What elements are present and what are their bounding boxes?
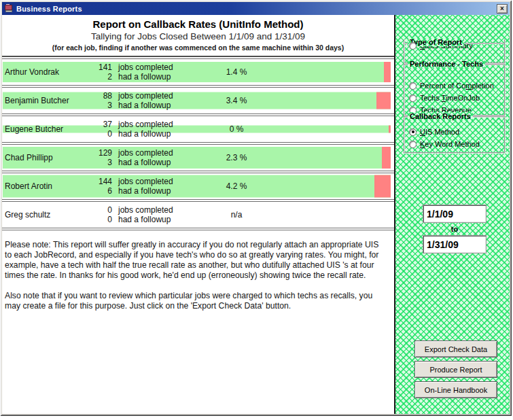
- callback-rate: 3.4 %: [206, 96, 267, 105]
- date-to-field[interactable]: [423, 236, 486, 253]
- followup-label: had a followup: [118, 72, 171, 82]
- row-counts: 129jobs completed 3had a followup: [78, 148, 173, 167]
- tech-name: Eugene Butcher: [5, 124, 63, 134]
- report-options-sidebar: Type of Report Sales Summary Performance…: [394, 15, 510, 414]
- followup-label: had a followup: [118, 158, 171, 167]
- radio-icon: [409, 82, 417, 90]
- radio-label: UIS Method: [420, 128, 459, 136]
- followup-count: 3: [78, 101, 112, 110]
- export-check-data-button[interactable]: Export Check Data: [414, 340, 497, 357]
- callback-rate: 1.4 %: [206, 67, 267, 77]
- jobs-count: 144: [78, 177, 112, 186]
- jobs-count: 88: [78, 91, 112, 101]
- table-row: Eugene Butcher 37jobs completed 0had a f…: [2, 116, 394, 142]
- row-bar-red: [384, 62, 391, 82]
- row-counts: 141jobs completed 2had a followup: [78, 63, 173, 82]
- app-icon: [4, 4, 14, 13]
- row-bar-red: [374, 175, 391, 198]
- online-handbook-button[interactable]: On-Line Handbook: [414, 381, 497, 398]
- followup-count: 6: [78, 186, 112, 196]
- row-counts: 144jobs completed 6had a followup: [78, 177, 173, 196]
- group-title: Callback Reports: [408, 112, 473, 120]
- followup-label: had a followup: [118, 101, 171, 110]
- report-method-note: (for each job, finding if another was co…: [2, 43, 394, 52]
- jobs-count: 0: [78, 205, 112, 215]
- jobs-label: jobs completed: [118, 91, 173, 101]
- jobs-label: jobs completed: [118, 205, 173, 215]
- tech-name: Benjamin Butcher: [5, 96, 69, 105]
- report-notes: Please note: This report will suffer gre…: [2, 240, 391, 311]
- report-title: Report on Callback Rates (UnitInfo Metho…: [2, 18, 394, 30]
- window-title: Business Reports: [16, 5, 82, 13]
- row-bar-red: [382, 147, 391, 169]
- tech-name: Robert Arotin: [5, 181, 52, 191]
- table-row: Benjamin Butcher 88jobs completed 3had a…: [2, 88, 394, 113]
- radio-label: Techs TimeOnJob: [420, 94, 480, 102]
- followup-label: had a followup: [118, 129, 171, 139]
- row-divider: [2, 228, 394, 230]
- title-bar[interactable]: Business Reports ×: [2, 2, 510, 15]
- group-callback-reports: Callback Reports UIS Method Key Word Met…: [404, 116, 506, 154]
- date-from-field[interactable]: [423, 205, 486, 222]
- callback-rate: 4.2 %: [206, 181, 267, 191]
- jobs-label: jobs completed: [118, 177, 173, 186]
- date-range: to: [423, 205, 486, 253]
- followup-count: 0: [78, 129, 112, 139]
- tech-name: Chad Phillipp: [5, 153, 53, 162]
- table-row: Arthur Vondrak 141jobs completed 2had a …: [2, 59, 394, 85]
- report-pane: Report on Callback Rates (UnitInfo Metho…: [2, 15, 394, 414]
- followup-count: 3: [78, 158, 112, 167]
- jobs-label: jobs completed: [118, 148, 173, 158]
- row-counts: 88jobs completed 3had a followup: [78, 91, 173, 110]
- followup-label: had a followup: [118, 215, 171, 224]
- jobs-label: jobs completed: [118, 120, 173, 129]
- group-performance-techs: Performance - Techs Percent of Completio…: [404, 64, 506, 116]
- row-counts: 0jobs completed 0had a followup: [78, 205, 173, 224]
- tech-name: Greg schultz: [5, 210, 50, 220]
- row-bar: [3, 175, 391, 198]
- callback-table: Arthur Vondrak 141jobs completed 2had a …: [2, 56, 394, 230]
- callback-rate: 2.3 %: [206, 153, 267, 162]
- table-row: Greg schultz 0jobs completed 0had a foll…: [2, 202, 394, 228]
- callback-rate: 0 %: [206, 124, 267, 134]
- date-to-label: to: [423, 225, 486, 233]
- row-bar: [3, 147, 391, 169]
- note-paragraph: Please note: This report will suffer gre…: [5, 240, 387, 281]
- business-reports-window: Business Reports × Report on Callback Ra…: [0, 0, 512, 416]
- tech-name: Arthur Vondrak: [5, 67, 59, 77]
- radio-uis-method[interactable]: UIS Method: [409, 126, 500, 138]
- radio-percent-of-completion[interactable]: Percent of Completion: [409, 80, 500, 92]
- group-title: Performance - Techs: [408, 60, 485, 68]
- action-buttons: Export Check Data Produce Report On-Line…: [414, 340, 497, 402]
- callback-rate: n/a: [206, 210, 267, 220]
- table-row: Chad Phillipp 129jobs completed 3had a f…: [2, 145, 394, 171]
- note-paragraph: Also note that if you want to review whi…: [5, 291, 387, 311]
- radio-icon: [409, 42, 417, 50]
- radio-techs-timeonjob[interactable]: Techs TimeOnJob: [409, 92, 500, 104]
- close-icon[interactable]: ×: [497, 4, 508, 14]
- followup-label: had a followup: [118, 186, 171, 196]
- radio-icon: [409, 128, 417, 136]
- row-bar-red: [376, 92, 391, 109]
- radio-label: Key Word Method: [420, 140, 480, 148]
- row-counts: 37jobs completed 0had a followup: [78, 120, 173, 139]
- followup-count: 0: [78, 215, 112, 224]
- report-subtitle: Tallying for Jobs Closed Between 1/1/09 …: [2, 31, 394, 41]
- jobs-count: 141: [78, 63, 112, 72]
- radio-icon: [409, 94, 417, 102]
- jobs-count: 129: [78, 148, 112, 158]
- jobs-count: 37: [78, 120, 112, 129]
- row-bar-red: [389, 126, 391, 133]
- radio-label: Percent of Completion: [420, 82, 494, 90]
- radio-key-word-method[interactable]: Key Word Method: [409, 138, 500, 150]
- jobs-label: jobs completed: [118, 63, 173, 72]
- radio-icon: [409, 141, 417, 148]
- row-bar: [3, 62, 391, 82]
- table-row: Robert Arotin 144jobs completed 6had a f…: [2, 173, 394, 199]
- followup-count: 2: [78, 72, 112, 82]
- produce-report-button[interactable]: Produce Report: [414, 361, 497, 378]
